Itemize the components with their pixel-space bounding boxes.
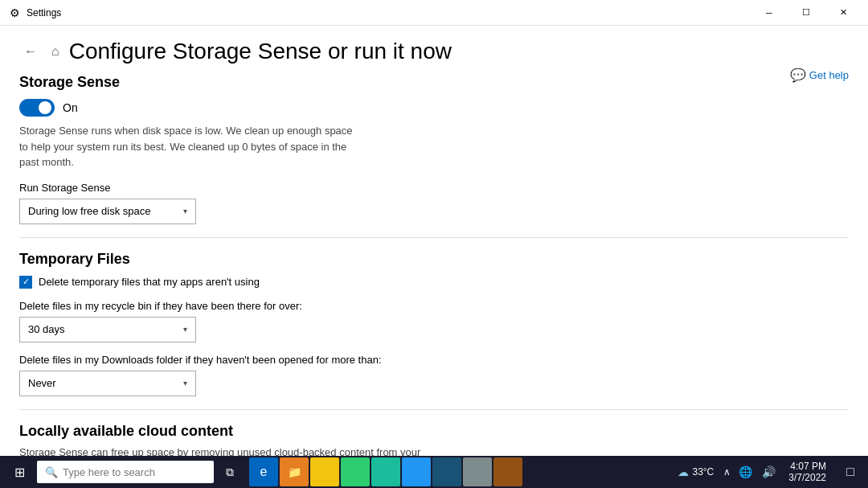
toggle-thumb — [39, 101, 51, 114]
title-bar: ⚙ Settings ─ ☐ ✕ — [0, 0, 868, 26]
delete-temp-label: Delete temporary files that my apps aren… — [39, 276, 260, 288]
content-area: ← ⌂ Configure Storage Sense or run it no… — [0, 26, 868, 456]
clock-date: 3/7/2022 — [788, 472, 826, 483]
divider-1 — [19, 237, 849, 238]
edge-icon: e — [260, 465, 268, 479]
taskbar: ⊞ 🔍 Type here to search ⧉ e 📁 — [0, 456, 868, 488]
taskbar-app-teal[interactable] — [371, 457, 400, 486]
storage-sense-toggle[interactable] — [19, 99, 55, 117]
task-view-button[interactable]: ⧉ — [215, 457, 244, 486]
orange-app-icon: 📁 — [288, 465, 301, 478]
run-storage-sense-label: Run Storage Sense — [19, 182, 849, 194]
task-view-icon: ⧉ — [226, 465, 234, 479]
downloads-dropdown-value: Never — [28, 377, 56, 389]
search-icon: 🔍 — [45, 466, 58, 478]
recycle-bin-label: Delete files in my recycle bin if they h… — [19, 300, 849, 312]
taskbar-app-blue2[interactable] — [402, 457, 431, 486]
taskbar-app-orange[interactable]: 📁 — [280, 457, 309, 486]
clock-time: 4:07 PM — [790, 461, 826, 472]
page: ← ⌂ Configure Storage Sense or run it no… — [0, 26, 868, 456]
taskbar-app-gray[interactable] — [463, 457, 492, 486]
network-icon[interactable]: 🌐 — [735, 465, 755, 478]
taskbar-apps: e 📁 — [246, 457, 671, 486]
notification-button[interactable]: □ — [836, 457, 865, 486]
title-bar-title: Settings — [27, 7, 61, 18]
storage-sense-title: Storage Sense — [19, 74, 849, 91]
temp-files-section: Temporary Files ✓ Delete temporary files… — [19, 251, 849, 396]
taskbar-app-edge[interactable]: e — [249, 457, 278, 486]
taskbar-app-yellow[interactable] — [310, 457, 339, 486]
get-help-link[interactable]: Get help — [809, 69, 849, 81]
chevron-down-icon: ▾ — [183, 207, 187, 215]
toggle-track — [19, 99, 55, 117]
back-icon: ← — [24, 44, 37, 59]
run-dropdown[interactable]: During low free disk space ▾ — [19, 199, 196, 224]
title-bar-controls: ─ ☐ ✕ — [751, 0, 862, 26]
windows-icon: ⊞ — [14, 465, 25, 480]
weather-temp: 33°C — [692, 466, 714, 478]
maximize-button[interactable]: ☐ — [788, 0, 825, 26]
close-button[interactable]: ✕ — [825, 0, 862, 26]
temp-files-title: Temporary Files — [19, 251, 849, 268]
taskbar-app-green[interactable] — [341, 457, 370, 486]
search-input-placeholder: Type here to search — [63, 466, 155, 478]
cloud-title: Locally available cloud content — [19, 423, 849, 440]
title-bar-left: ⚙ Settings — [10, 6, 61, 19]
taskbar-app-brown[interactable] — [493, 457, 522, 486]
toggle-label: On — [63, 101, 78, 114]
delete-temp-row: ✓ Delete temporary files that my apps ar… — [19, 276, 849, 289]
taskbar-app-darkblue[interactable] — [432, 457, 461, 486]
taskbar-search[interactable]: 🔍 Type here to search — [37, 461, 214, 483]
storage-sense-toggle-row: On — [19, 99, 849, 117]
recycle-dropdown-value: 30 days — [28, 323, 65, 335]
title-bar-icon: ⚙ — [10, 6, 20, 19]
get-help-icon: 💬 — [790, 68, 806, 83]
chevron-down-icon: ▾ — [183, 379, 187, 388]
back-button[interactable]: ← — [19, 40, 42, 63]
cloud-section: Locally available cloud content Storage … — [19, 423, 849, 457]
storage-sense-section: Storage Sense On Storage Sense runs when… — [19, 74, 849, 224]
divider-2 — [19, 409, 849, 410]
delete-temp-checkbox[interactable]: ✓ — [19, 276, 32, 289]
cloud-description: Storage Sense can free up space by remov… — [19, 446, 437, 457]
start-button[interactable]: ⊞ — [3, 456, 35, 488]
downloads-label: Delete files in my Downloads folder if t… — [19, 354, 849, 366]
page-title: Configure Storage Sense or run it now — [69, 39, 452, 64]
checkmark-icon: ✓ — [23, 277, 30, 287]
system-tray: ☁ 33°C ∧ 🌐 🔊 4:07 PM 3/7/2022 □ — [673, 457, 865, 486]
clock[interactable]: 4:07 PM 3/7/2022 — [782, 461, 833, 483]
volume-icon[interactable]: 🔊 — [759, 465, 779, 478]
weather-icon: ☁ — [678, 465, 689, 478]
get-help-area[interactable]: 💬 Get help — [790, 68, 849, 83]
page-header: ← ⌂ Configure Storage Sense or run it no… — [19, 26, 849, 74]
downloads-dropdown[interactable]: Never ▾ — [19, 371, 196, 396]
run-dropdown-value: During low free disk space — [28, 205, 150, 217]
home-icon: ⌂ — [51, 44, 59, 59]
storage-sense-description: Storage Sense runs when disk space is lo… — [19, 123, 357, 170]
weather-widget[interactable]: ☁ 33°C — [673, 465, 719, 478]
chevron-tray[interactable]: ∧ — [722, 466, 732, 478]
recycle-dropdown[interactable]: 30 days ▾ — [19, 317, 196, 342]
chevron-down-icon: ▾ — [183, 325, 187, 334]
minimize-button[interactable]: ─ — [751, 0, 788, 26]
notification-icon: □ — [846, 465, 854, 479]
